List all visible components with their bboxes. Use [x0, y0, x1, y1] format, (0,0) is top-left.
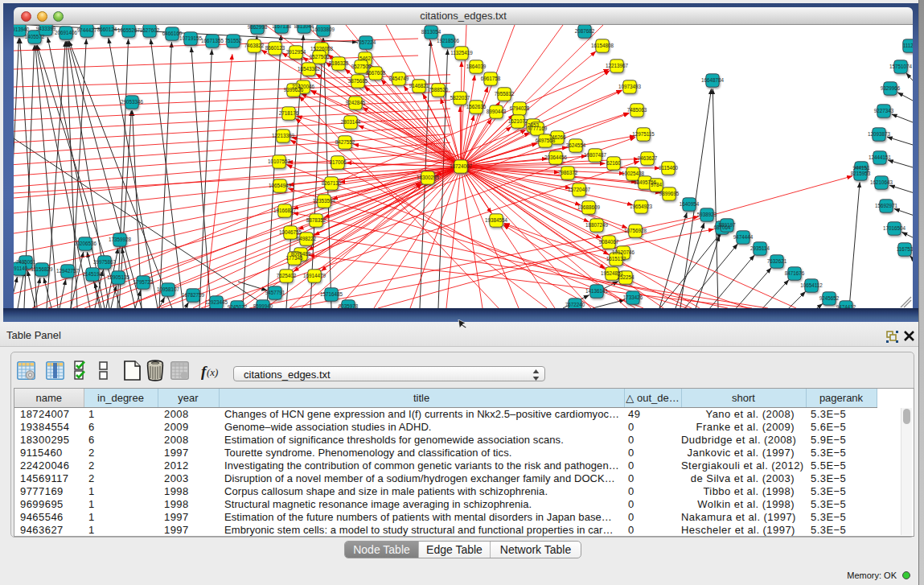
- svg-text:29053346: 29053346: [121, 99, 144, 105]
- svg-text:11120: 11120: [903, 43, 913, 48]
- svg-text:17359928: 17359928: [109, 237, 132, 242]
- svg-text:12213369: 12213369: [272, 133, 295, 138]
- svg-text:10120746: 10120746: [612, 249, 635, 255]
- svg-text:7463822: 7463822: [244, 43, 265, 48]
- svg-text:7625402: 7625402: [277, 273, 297, 278]
- svg-text:12444151: 12444151: [869, 154, 892, 160]
- svg-text:19218506: 19218506: [437, 38, 460, 43]
- svg-text:8660123: 8660123: [265, 45, 285, 51]
- svg-text:8813054: 8813054: [421, 29, 441, 35]
- svg-text:1913940: 1913940: [14, 27, 30, 32]
- svg-text:9899695: 9899695: [659, 191, 680, 196]
- svg-text:9242845: 9242845: [346, 100, 366, 105]
- svg-text:10807487: 10807487: [584, 152, 607, 158]
- svg-text:18300295: 18300295: [417, 175, 440, 180]
- svg-text:7672240: 7672240: [565, 302, 585, 307]
- svg-text:9474444: 9474444: [733, 234, 754, 240]
- svg-text:62160: 62160: [606, 160, 621, 166]
- svg-text:16210643: 16210643: [870, 179, 893, 185]
- svg-text:10046755: 10046755: [279, 229, 302, 235]
- svg-text:7986372: 7986372: [558, 170, 578, 175]
- svg-text:9245072: 9245072: [228, 304, 248, 308]
- svg-text:10756928: 10756928: [624, 228, 647, 233]
- svg-text:9527500: 9527500: [310, 54, 330, 60]
- svg-text:8878352: 8878352: [306, 217, 326, 223]
- svg-text:317006: 317006: [329, 159, 347, 165]
- svg-text:8660124: 8660124: [97, 27, 117, 32]
- svg-text:15692971: 15692971: [875, 203, 898, 208]
- svg-text:18807249: 18807249: [585, 222, 609, 228]
- svg-text:6498222: 6498222: [297, 236, 317, 241]
- svg-text:2718176: 2718176: [279, 110, 299, 116]
- svg-text:8990443: 8990443: [487, 109, 507, 114]
- svg-text:20691406: 20691406: [55, 30, 78, 35]
- svg-text:1167138: 1167138: [272, 25, 292, 29]
- svg-text:10958107: 10958107: [157, 286, 180, 292]
- svg-text:16671355: 16671355: [201, 38, 224, 43]
- svg-text:1640954: 1640954: [680, 201, 700, 207]
- svg-text:39975867: 39975867: [93, 259, 117, 265]
- svg-text:20206536: 20206536: [74, 241, 97, 246]
- svg-text:8454749: 8454749: [389, 76, 409, 81]
- svg-text:5938923: 5938923: [697, 212, 717, 217]
- svg-text:7632621: 7632621: [767, 258, 787, 264]
- svg-text:9115460: 9115460: [659, 165, 679, 171]
- svg-text:7435061: 7435061: [16, 259, 36, 265]
- svg-text:8599940: 8599940: [253, 303, 273, 308]
- svg-text:15751074: 15751074: [889, 64, 913, 69]
- svg-text:12905135: 12905135: [107, 274, 130, 280]
- svg-text:12975115: 12975115: [632, 131, 655, 137]
- svg-text:3875685: 3875685: [348, 78, 368, 84]
- svg-text:9527508: 9527508: [351, 64, 372, 69]
- svg-text:9399626: 9399626: [284, 87, 304, 93]
- svg-text:16914479: 16914479: [303, 273, 326, 278]
- svg-text:1562635: 1562635: [466, 104, 487, 109]
- svg-text:16033809: 16033809: [312, 27, 335, 32]
- svg-text:9777169: 9777169: [528, 126, 548, 131]
- svg-text:10025438: 10025438: [622, 171, 645, 176]
- svg-text:8267130: 8267130: [322, 180, 342, 186]
- svg-text:2667608: 2667608: [366, 70, 386, 76]
- svg-text:391140: 391140: [14, 266, 28, 271]
- svg-text:1733426: 1733426: [623, 295, 643, 300]
- svg-text:9463627: 9463627: [638, 155, 658, 161]
- svg-text:9744427: 9744427: [77, 27, 97, 33]
- svg-text:1145194: 1145194: [83, 271, 103, 277]
- svg-text:1527602: 1527602: [140, 27, 160, 33]
- svg-text:7485063: 7485063: [627, 107, 647, 113]
- svg-text:7588520: 7588520: [429, 87, 449, 93]
- svg-text:8427552: 8427552: [335, 139, 355, 145]
- svg-text:889197: 889197: [718, 222, 736, 228]
- svg-text:1864039: 1864039: [466, 64, 487, 69]
- svg-text:7955812: 7955812: [495, 91, 515, 97]
- svg-text:10688609: 10688609: [577, 204, 601, 210]
- svg-text:9084067: 9084067: [599, 239, 619, 245]
- svg-text:10654943: 10654943: [269, 183, 292, 188]
- svg-text:10719155: 10719155: [179, 35, 203, 41]
- svg-text:177345: 177345: [285, 255, 303, 261]
- svg-text:16782759: 16782759: [182, 292, 205, 298]
- svg-text:116753: 116753: [897, 246, 913, 252]
- svg-text:9862998: 9862998: [248, 25, 268, 30]
- svg-text:5462: 5462: [359, 56, 372, 61]
- svg-text:16648784: 16648784: [701, 77, 725, 83]
- svg-text:3624554: 3624554: [566, 142, 586, 148]
- svg-text:10973493: 10973493: [618, 84, 642, 89]
- svg-text:19384554: 19384554: [485, 217, 508, 223]
- svg-text:9035978: 9035978: [339, 303, 359, 308]
- svg-text:751552: 751552: [224, 38, 242, 43]
- svg-text:(x): (x): [207, 366, 218, 378]
- svg-text:6794028: 6794028: [510, 105, 530, 111]
- svg-text:2803144: 2803144: [341, 119, 361, 125]
- svg-text:252254: 252254: [617, 274, 634, 280]
- svg-text:12353594: 12353594: [313, 198, 336, 204]
- svg-text:7357224: 7357224: [356, 39, 376, 45]
- svg-text:19166827: 19166827: [273, 208, 297, 213]
- svg-text:17016504: 17016504: [883, 225, 906, 231]
- svg-text:12923445: 12923445: [205, 299, 228, 305]
- svg-text:2087682: 2087682: [575, 28, 595, 34]
- svg-text:2935114: 2935114: [750, 245, 770, 251]
- svg-text:9784: 9784: [651, 182, 663, 187]
- svg-text:12093873: 12093873: [868, 131, 891, 137]
- svg-text:18724007: 18724007: [450, 163, 473, 169]
